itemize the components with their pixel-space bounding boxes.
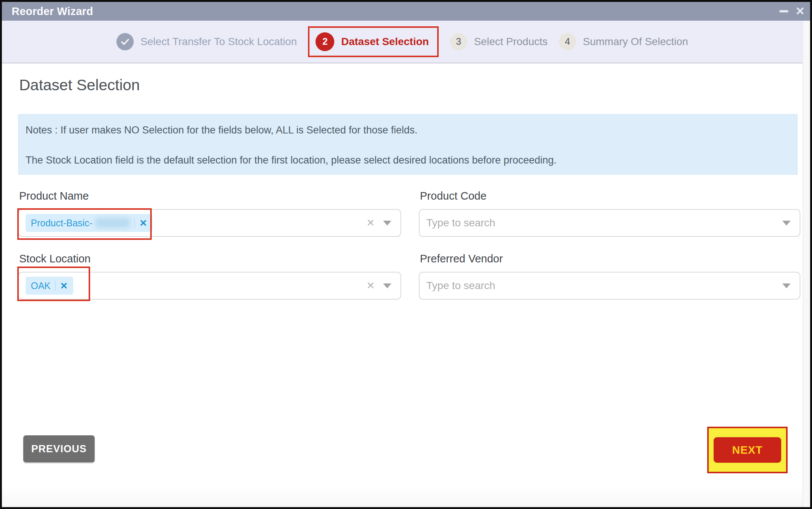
- step-number-badge: 4: [559, 33, 576, 50]
- page-title: Dataset Selection: [19, 76, 140, 94]
- annotation-highlight-next-button: NEXT: [707, 427, 788, 473]
- product-code-input[interactable]: [426, 217, 738, 229]
- notes-line-2: The Stock Location field is the default …: [26, 155, 790, 165]
- stock-location-label: Stock Location: [19, 253, 91, 265]
- control-icons: [782, 221, 793, 226]
- chip-remove-icon[interactable]: ✕: [60, 280, 68, 291]
- control-icons: ✕: [366, 217, 394, 229]
- notes-box: Notes : If user makes NO Selection for t…: [18, 114, 798, 175]
- step-label: Summary Of Selection: [583, 36, 688, 48]
- step-label: Select Transfer To Stock Location: [140, 36, 297, 48]
- close-icon: ✕: [795, 5, 805, 17]
- step-number-badge: 3: [450, 33, 467, 50]
- product-name-chip: Product-Basic- ✕: [26, 214, 152, 232]
- step-select-transfer-to-stock-location[interactable]: Select Transfer To Stock Location: [116, 33, 297, 50]
- step-select-products[interactable]: 3 Select Products: [450, 33, 548, 50]
- chip-separator: [55, 280, 56, 291]
- bottom-shadow-gradient: [2, 486, 803, 507]
- dropdown-caret-icon[interactable]: [782, 283, 791, 288]
- clear-icon[interactable]: ✕: [366, 280, 375, 292]
- product-code-select[interactable]: [419, 209, 800, 237]
- preferred-vendor-input[interactable]: [426, 280, 738, 292]
- stock-location-chip: OAK ✕: [26, 277, 73, 295]
- dropdown-caret-icon[interactable]: [782, 221, 791, 226]
- control-icons: [782, 283, 793, 288]
- dropdown-caret-icon[interactable]: [383, 221, 391, 226]
- scrollbar-track[interactable]: [803, 21, 810, 507]
- notes-line-1: Notes : If user makes NO Selection for t…: [26, 125, 790, 135]
- wizard-stepper: Select Transfer To Stock Location 2 Data…: [2, 21, 803, 64]
- minimize-icon: [779, 10, 788, 12]
- chip-separator: [134, 218, 135, 228]
- step-dataset-selection[interactable]: 2 Dataset Selection: [315, 32, 429, 51]
- close-button[interactable]: ✕: [795, 6, 805, 16]
- minimize-button[interactable]: [779, 6, 789, 16]
- dropdown-caret-icon[interactable]: [383, 283, 391, 288]
- step-label: Dataset Selection: [341, 36, 429, 48]
- chip-redacted-blur: [95, 218, 130, 228]
- step-summary-of-selection[interactable]: 4 Summary Of Selection: [559, 33, 688, 50]
- reorder-wizard-window: Reorder Wizard ✕ Select Transfer To Stoc…: [0, 0, 812, 509]
- step-label: Select Products: [474, 36, 548, 48]
- product-code-label: Product Code: [420, 190, 486, 202]
- chip-text: OAK: [31, 280, 51, 291]
- next-button[interactable]: NEXT: [714, 437, 781, 463]
- stock-location-select[interactable]: OAK ✕ ✕: [18, 272, 401, 300]
- window-titlebar[interactable]: Reorder Wizard ✕: [2, 2, 810, 21]
- control-icons: ✕: [366, 280, 394, 292]
- annotation-box-step-dataset-selection: 2 Dataset Selection: [308, 26, 438, 57]
- clear-icon[interactable]: ✕: [366, 217, 375, 229]
- product-name-label: Product Name: [19, 190, 89, 202]
- chip-text: Product-Basic-: [31, 218, 92, 229]
- window-title: Reorder Wizard: [12, 5, 93, 18]
- product-name-select[interactable]: Product-Basic- ✕ ✕: [18, 209, 401, 237]
- window-controls: ✕: [779, 2, 805, 21]
- chip-remove-icon[interactable]: ✕: [139, 218, 147, 229]
- previous-button[interactable]: PREVIOUS: [23, 435, 95, 462]
- step-number-badge: 2: [315, 32, 334, 51]
- step-done-check-icon: [116, 33, 134, 50]
- preferred-vendor-select[interactable]: [419, 272, 800, 300]
- preferred-vendor-label: Preferred Vendor: [420, 253, 503, 265]
